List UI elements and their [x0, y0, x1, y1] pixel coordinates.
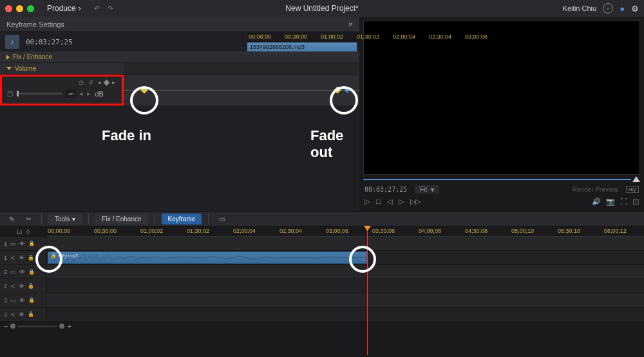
fast-forward-icon[interactable]: ▷▷	[410, 197, 421, 206]
zoom-out-icon[interactable]: −	[4, 322, 8, 330]
ruler-tick: 02;00;04	[233, 228, 256, 234]
tools-menu[interactable]: Tools ▾	[48, 214, 82, 224]
lock-icon[interactable]: 🔒	[28, 311, 34, 317]
track-header[interactable]: 1 ≺ 👁 🔒	[0, 251, 46, 264]
track-type-icon: ▭	[10, 241, 16, 247]
visibility-icon[interactable]: 👁	[19, 269, 25, 275]
keyframe-marker[interactable]	[140, 86, 147, 93]
maximize-window-icon[interactable]	[27, 5, 34, 12]
visibility-icon[interactable]: 👁	[19, 283, 24, 289]
volume-slider[interactable]	[17, 93, 62, 95]
annotation-text: Fade out	[310, 127, 359, 161]
visibility-icon[interactable]: 👁	[19, 241, 25, 247]
undo-icon[interactable]: ↶	[94, 5, 100, 13]
playhead-head-icon[interactable]	[364, 226, 371, 231]
lock-icon[interactable]: 🔒	[28, 269, 35, 275]
track-lane[interactable]	[46, 279, 644, 293]
edit-tool-icon[interactable]: ✎	[5, 214, 18, 224]
zoom-handle[interactable]	[10, 324, 15, 329]
keyframe-clip[interactable]: 1534992665208.mp3	[247, 42, 357, 51]
track-header[interactable]: 3 ▭ 👁 🔒	[0, 293, 46, 307]
volume-keyframe-lane[interactable]	[124, 75, 359, 105]
lock-icon[interactable]: 🔒	[28, 255, 34, 261]
preview-scrubber[interactable]	[363, 176, 640, 183]
track-header[interactable]: 1 ▭ 👁 🔒	[0, 237, 46, 250]
track-lane[interactable]	[46, 307, 644, 321]
track-lane[interactable]: 🔒 City.mp3	[46, 251, 644, 264]
next-keyframe-icon[interactable]: ▸	[111, 79, 117, 86]
keyframe-label: Keyframe	[168, 215, 196, 223]
visibility-icon[interactable]: 👁	[19, 311, 24, 318]
audio-icon[interactable]: 🔊	[592, 197, 601, 206]
snapshot-icon[interactable]: 📷	[606, 197, 615, 206]
timeline-ruler[interactable]: 00;00;00 00;30;00 01;00;02 01;30;02 02;0…	[46, 226, 644, 237]
track-lane[interactable]	[46, 237, 644, 250]
track-lane[interactable]	[46, 293, 644, 307]
prev-frame-icon[interactable]: ◁	[387, 197, 392, 206]
marker-icon[interactable]: ◊	[26, 228, 30, 235]
window-controls[interactable]	[5, 5, 34, 12]
play-icon[interactable]: ▷	[365, 197, 370, 206]
visibility-icon[interactable]: 👁	[19, 255, 24, 261]
chevron-right-icon: ›	[79, 4, 81, 13]
ruler-tick: 01;30;02	[357, 33, 379, 40]
visibility-icon[interactable]: 👁	[19, 297, 25, 304]
detach-icon[interactable]: ◫	[632, 197, 639, 206]
settings-icon[interactable]: ⚙	[631, 4, 639, 14]
ruler-tick: 01;30;02	[187, 228, 209, 234]
next-frame-icon[interactable]: ▷	[399, 197, 404, 206]
volume-section[interactable]: Volume	[0, 63, 124, 75]
close-window-icon[interactable]	[5, 5, 12, 12]
magnet-icon[interactable]: ⊔	[17, 228, 23, 236]
playhead-marker-icon[interactable]	[632, 176, 640, 182]
zoom-fit-select[interactable]: Fit ▾	[415, 185, 439, 194]
keyframe-marker[interactable]	[345, 87, 350, 93]
zoom-handle[interactable]	[59, 324, 64, 329]
reset-icon[interactable]: ↺	[87, 79, 95, 86]
prev-value-icon[interactable]: ◂	[79, 89, 83, 98]
lock-icon[interactable]: 🔒	[28, 297, 35, 303]
fix-enhance-section[interactable]: Fix / Enhance	[0, 51, 359, 63]
volume-value[interactable]: -∞	[66, 90, 75, 98]
zoom-in-icon[interactable]: +	[67, 322, 71, 330]
lock-icon[interactable]: 🔒	[28, 283, 34, 289]
render-preview-button[interactable]: Render Preview	[573, 186, 618, 193]
zoom-slider[interactable]	[18, 325, 57, 327]
stop-icon[interactable]: □	[376, 197, 381, 206]
track-header[interactable]: 2 ≺ 👁 🔒	[0, 279, 46, 293]
minimize-window-icon[interactable]	[16, 5, 23, 12]
close-icon[interactable]: ×	[348, 19, 353, 29]
next-value-icon[interactable]: ▸	[87, 89, 91, 98]
keyframe-button[interactable]: Keyframe	[162, 214, 202, 224]
user-name[interactable]: Keilin Chiu	[563, 5, 597, 12]
fit-label: Fit	[420, 186, 427, 193]
user-avatar-icon[interactable]: ◦	[603, 3, 613, 14]
history-nav: ↶ ↷	[94, 5, 113, 13]
preview-viewport[interactable]	[363, 21, 640, 175]
keyframe-marker[interactable]	[334, 86, 341, 93]
track-lane[interactable]	[46, 265, 644, 279]
waveform-icon	[48, 252, 366, 263]
redo-icon[interactable]: ↷	[108, 5, 113, 13]
fullscreen-icon[interactable]: ⛶	[620, 197, 627, 206]
fix-enhance-button[interactable]: Fix / Enhance	[95, 214, 147, 224]
lock-icon[interactable]: 🔒	[28, 241, 35, 246]
add-keyframe-icon[interactable]	[104, 79, 110, 86]
ruler-tick: 00;30;00	[285, 33, 307, 40]
track-header[interactable]: 2 ▭ 👁 🔒	[0, 265, 46, 279]
produce-label: Produce	[47, 4, 76, 13]
audio-clip[interactable]: 🔒 City.mp3	[48, 252, 367, 264]
produce-button[interactable]: Produce ›	[47, 4, 81, 13]
track-header[interactable]: 3 ≺ 👁 🔒	[0, 307, 46, 321]
chevron-down-icon: ▾	[72, 215, 75, 223]
keyframe-ruler[interactable]: 00;00;00 00;30;00 01;00;02 01;30;02 02;0…	[247, 32, 359, 42]
preview-timecode[interactable]: 00;03;27;25	[365, 186, 407, 193]
clip-options-icon[interactable]: ▭	[215, 214, 229, 224]
playhead[interactable]	[367, 226, 368, 355]
stopwatch-icon[interactable]: ◷	[77, 79, 85, 86]
cut-tool-icon[interactable]: ✂	[22, 214, 35, 224]
prev-keyframe-icon[interactable]: ◂	[97, 79, 102, 86]
notification-icon[interactable]: ●	[620, 4, 625, 14]
track-row: 3 ≺ 👁 🔒	[0, 307, 644, 322]
quality-icon[interactable]: HQ	[626, 186, 639, 193]
